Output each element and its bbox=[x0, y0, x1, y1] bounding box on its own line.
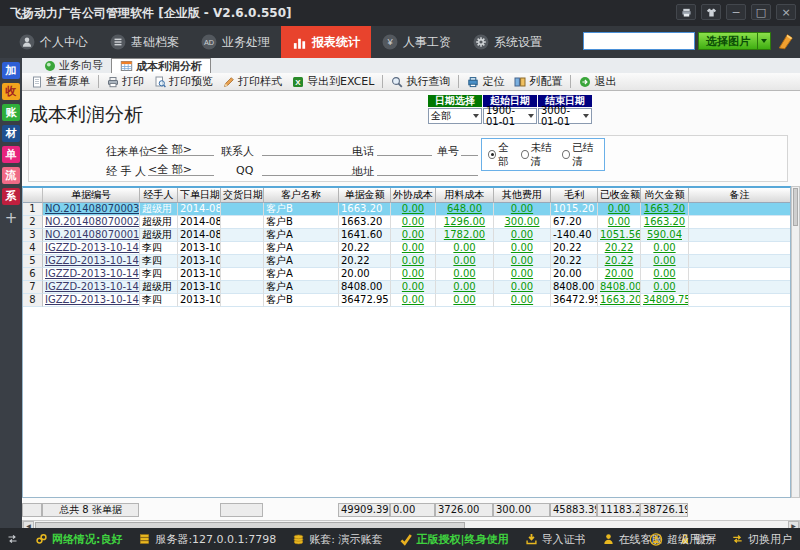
table-row-8[interactable]: 8IGZZD-2013-10-14-002李四2013-10-1客户B36472… bbox=[23, 294, 791, 307]
toolbar-button-style[interactable]: 打印样式 bbox=[218, 74, 287, 90]
amount-link[interactable]: 0.00 bbox=[453, 255, 475, 266]
amount-link[interactable]: 0.00 bbox=[453, 268, 475, 279]
amount-link[interactable]: 0.00 bbox=[608, 203, 630, 214]
sidebar-item-5[interactable]: 流 bbox=[2, 167, 20, 184]
pick-image-dropdown[interactable] bbox=[758, 32, 771, 50]
amount-link[interactable]: 0.00 bbox=[453, 294, 475, 305]
amount-link[interactable]: 0.00 bbox=[653, 281, 675, 292]
column-header-9[interactable]: 毛利 bbox=[551, 188, 598, 203]
amount-link[interactable]: 0.00 bbox=[402, 294, 424, 305]
shirt-button[interactable] bbox=[701, 4, 721, 20]
order-no-link[interactable]: IGZZD-2013-10-14-002 bbox=[45, 294, 140, 305]
nav-item-4[interactable]: ¥人事工资 bbox=[371, 26, 462, 58]
table-row-1[interactable]: 1NO.201408070003超级用2014-08-0客户B1663.200.… bbox=[23, 203, 791, 216]
column-header-12[interactable]: 备注 bbox=[689, 188, 791, 203]
status-radio-0[interactable]: 全部 bbox=[488, 141, 516, 169]
order-no-link[interactable]: NO.201408070002 bbox=[45, 216, 139, 227]
amount-link[interactable]: 34809.75 bbox=[643, 294, 689, 305]
column-header-0[interactable]: 单据编号 bbox=[43, 188, 140, 203]
toolbar-button-columns[interactable]: 列配置 bbox=[509, 74, 567, 90]
toolbar-button-page[interactable]: 查看原单 bbox=[26, 74, 95, 90]
amount-link[interactable]: 0.00 bbox=[511, 203, 533, 214]
vertical-scrollbar-thumb[interactable] bbox=[793, 188, 798, 226]
close-button[interactable]: × bbox=[776, 4, 796, 20]
table-row-7[interactable]: 7IGZZD-2013-10-14-004超级用2013-10-1客户A8408… bbox=[23, 281, 791, 294]
amount-link[interactable]: 1663.20 bbox=[644, 203, 685, 214]
sidebar-item-6[interactable]: 系 bbox=[2, 188, 20, 205]
table-row-5[interactable]: 5IGZZD-2013-10-14-008李四2013-10-1客户A20.22… bbox=[23, 255, 791, 268]
column-header-2[interactable]: 下单日期 bbox=[178, 188, 221, 203]
sidebar-add-button[interactable]: + bbox=[2, 209, 20, 226]
horn-icon[interactable] bbox=[776, 32, 794, 50]
column-header-8[interactable]: 其他费用 bbox=[494, 188, 551, 203]
qq-field[interactable] bbox=[262, 162, 359, 176]
date-filter-select-1[interactable]: 1900-01-01 bbox=[483, 108, 537, 124]
status-item-user[interactable]: 超级用户 bbox=[649, 532, 711, 547]
amount-link[interactable]: 0.00 bbox=[402, 281, 424, 292]
winprint-button[interactable] bbox=[676, 4, 696, 20]
amount-link[interactable]: 1663.20 bbox=[600, 294, 641, 305]
contact-field[interactable] bbox=[262, 142, 359, 156]
amount-link[interactable]: 0.00 bbox=[453, 281, 475, 292]
amount-link[interactable]: 0.00 bbox=[402, 203, 424, 214]
amount-link[interactable]: 300.00 bbox=[505, 216, 540, 227]
orderno-field[interactable] bbox=[461, 142, 478, 156]
amount-link[interactable]: 0.00 bbox=[511, 242, 533, 253]
address-field[interactable] bbox=[377, 162, 478, 176]
toolbar-button-locate[interactable]: 定位 bbox=[462, 74, 509, 90]
amount-link[interactable]: 0.00 bbox=[511, 268, 533, 279]
amount-link[interactable]: 0.00 bbox=[402, 242, 424, 253]
column-header-10[interactable]: 已收金额 bbox=[598, 188, 641, 203]
table-row-4[interactable]: 4IGZZD-2013-10-14-009李四2013-10-1客户A20.22… bbox=[23, 242, 791, 255]
amount-link[interactable]: 0.00 bbox=[653, 242, 675, 253]
status-radio-2[interactable]: 已结清 bbox=[562, 141, 599, 169]
phone-field[interactable] bbox=[377, 142, 432, 156]
amount-link[interactable]: 1663.20 bbox=[644, 216, 685, 227]
amount-link[interactable]: 20.22 bbox=[605, 242, 634, 253]
date-filter-select-0[interactable]: 全部 bbox=[428, 108, 482, 124]
amount-link[interactable]: 0.00 bbox=[653, 255, 675, 266]
sidebar-item-4[interactable]: 单 bbox=[2, 146, 20, 163]
nav-item-3[interactable]: 报表统计 bbox=[281, 26, 371, 58]
image-search-input[interactable] bbox=[583, 32, 695, 50]
order-no-link[interactable]: IGZZD-2013-10-14-007 bbox=[45, 268, 140, 279]
status-radio-1[interactable]: 未结清 bbox=[521, 141, 558, 169]
column-header-5[interactable]: 单据金额 bbox=[339, 188, 391, 203]
pick-image-button[interactable]: 选择图片 bbox=[698, 32, 758, 50]
column-header-6[interactable]: 外协成本 bbox=[391, 188, 436, 203]
amount-link[interactable]: 0.00 bbox=[402, 229, 424, 240]
vertical-scrollbar[interactable] bbox=[791, 186, 800, 498]
toolbar-button-excel[interactable]: X导出到EXCEL bbox=[287, 74, 379, 90]
column-header-3[interactable]: 交货日期 bbox=[221, 188, 264, 203]
column-header-1[interactable]: 经手人 bbox=[140, 188, 178, 203]
table-row-6[interactable]: 6IGZZD-2013-10-14-007李四2013-10-1客户A20.00… bbox=[23, 268, 791, 281]
amount-link[interactable]: 0.00 bbox=[402, 268, 424, 279]
table-row-3[interactable]: 3NO.201408070001超级用2014-08-0客户A1641.600.… bbox=[23, 229, 791, 242]
sidebar-item-2[interactable]: 账 bbox=[2, 104, 20, 121]
toolbar-button-preview[interactable]: 打印预览 bbox=[149, 74, 218, 90]
column-header-4[interactable]: 客户名称 bbox=[264, 188, 339, 203]
column-header-7[interactable]: 用料成本 bbox=[436, 188, 494, 203]
order-no-link[interactable]: NO.201408070003 bbox=[45, 203, 139, 214]
amount-link[interactable]: 1782.00 bbox=[444, 229, 485, 240]
order-no-link[interactable]: IGZZD-2013-10-14-009 bbox=[45, 242, 140, 253]
date-filter-select-2[interactable]: 3000-01-01 bbox=[538, 108, 592, 124]
amount-link[interactable]: 648.00 bbox=[447, 203, 482, 214]
maximize-button[interactable]: □ bbox=[751, 4, 771, 20]
sidebar-item-3[interactable]: 材 bbox=[2, 125, 20, 142]
table-row-2[interactable]: 2NO.201408070002超级用2014-08-0客户B1663.200.… bbox=[23, 216, 791, 229]
amount-link[interactable]: 1296.00 bbox=[444, 216, 485, 227]
amount-link[interactable]: 0.00 bbox=[511, 281, 533, 292]
tab-1[interactable]: 成本利润分析 bbox=[111, 58, 211, 73]
sidebar-item-0[interactable]: 加 bbox=[2, 62, 20, 79]
toolbar-button-printer[interactable]: 打印 bbox=[102, 74, 149, 90]
nav-item-0[interactable]: 个人中心 bbox=[8, 26, 99, 58]
amount-link[interactable]: 0.00 bbox=[402, 255, 424, 266]
toolbar-button-search[interactable]: 执行查询 bbox=[386, 74, 455, 90]
amount-link[interactable]: 0.00 bbox=[511, 255, 533, 266]
column-header-11[interactable]: 尚欠金额 bbox=[641, 188, 689, 203]
handler-field[interactable]: <全 部> bbox=[148, 162, 214, 176]
amount-link[interactable]: 0.00 bbox=[653, 268, 675, 279]
amount-link[interactable]: 0.00 bbox=[453, 242, 475, 253]
amount-link[interactable]: 0.00 bbox=[511, 229, 533, 240]
